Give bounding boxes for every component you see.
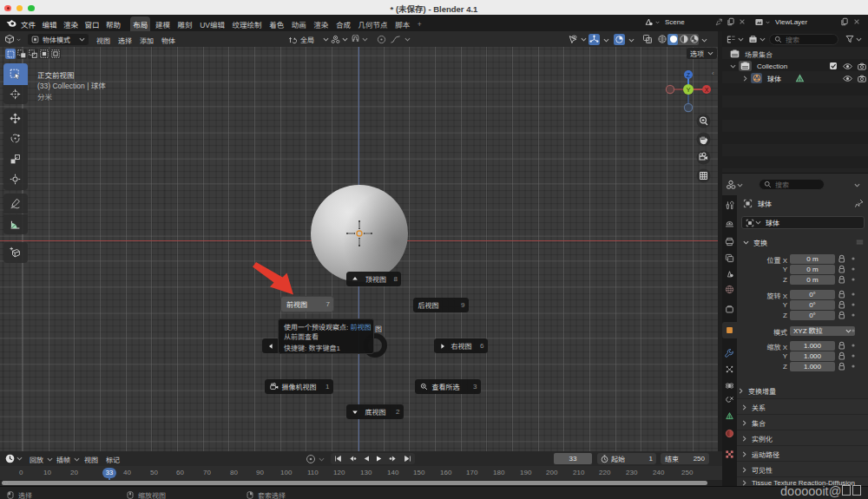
svg-text:Z: Z (687, 72, 691, 78)
svg-text:Y: Y (686, 86, 690, 94)
svg-text:X: X (705, 87, 709, 93)
